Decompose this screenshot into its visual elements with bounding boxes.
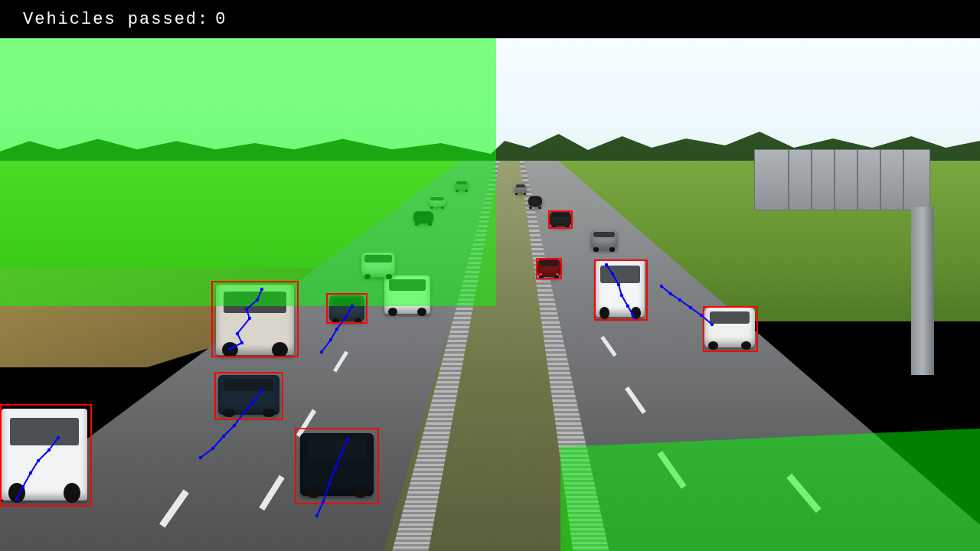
bbox-car-left-near — [214, 372, 283, 420]
gantry-bridge — [754, 149, 930, 210]
car-far-5 — [528, 196, 542, 207]
bbox-van-left-edge — [0, 404, 92, 507]
bbox-car-right-white — [703, 306, 758, 352]
gantry-leg — [911, 207, 934, 375]
bbox-van-right-white — [594, 259, 648, 321]
bbox-truck-left-lane — [211, 281, 299, 357]
car-right-grey — [591, 230, 617, 249]
bbox-car-left-nearest — [295, 428, 379, 504]
bbox-car-right-small-red — [536, 258, 562, 279]
roi-top-left — [0, 38, 496, 306]
bbox-car-left-mid — [326, 293, 368, 324]
status-count: 0 — [215, 10, 227, 29]
status-label: Vehicles passed: — [23, 10, 209, 29]
bbox-car-right-far — [548, 210, 573, 229]
roi-bottom-right — [560, 429, 980, 551]
status-bar: Vehicles passed: 0 — [0, 0, 980, 38]
car-far-4 — [514, 184, 527, 193]
